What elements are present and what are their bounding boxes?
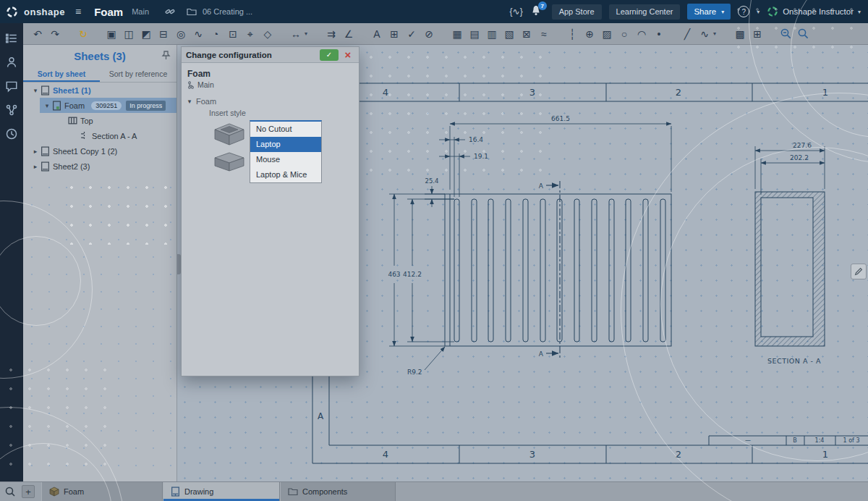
share-button[interactable]: Share ▾	[687, 4, 731, 20]
tab-sort-by-sheet[interactable]: Sort by sheet	[23, 67, 100, 82]
update-views-icon[interactable]: ↻	[75, 24, 92, 44]
option-mouse[interactable]: Mouse	[250, 152, 321, 167]
bom-table-icon[interactable]: ▥	[483, 24, 501, 44]
edit-drawing-button[interactable]	[851, 264, 867, 279]
account-menu[interactable]: Onshape Instructor ▾	[767, 6, 861, 17]
tab-components[interactable]: Components	[280, 482, 396, 501]
projected-view-icon[interactable]: ◫	[120, 24, 137, 44]
tree-row-sheet1-copy[interactable]: ▸ Sheet1 Copy 1 (2)	[23, 143, 176, 159]
breadcrumb[interactable]: 06 Creating ...	[203, 7, 252, 16]
caret-right-icon[interactable]: ▸	[30, 148, 41, 155]
tree-row-sheet2[interactable]: ▸ Sheet2 (3)	[23, 159, 176, 174]
dock-panel-icon[interactable]	[161, 50, 171, 63]
arc-icon[interactable]: ◠	[633, 24, 650, 44]
references-icon[interactable]	[5, 104, 18, 117]
notifications-bell-icon[interactable]: 7	[530, 4, 545, 19]
insert-dxf-dwg-icon[interactable]: ⊞	[749, 24, 766, 44]
hole-table-icon[interactable]: ▤	[466, 24, 483, 44]
center-mark-icon[interactable]: ⊕	[581, 24, 598, 44]
section-cut-line[interactable]	[546, 181, 560, 358]
note-icon[interactable]: A	[368, 24, 386, 44]
undo-icon[interactable]: ↶	[29, 24, 46, 44]
dim-section-width-inner[interactable]: 202.2	[790, 154, 809, 161]
sheets-panel-icon[interactable]	[5, 32, 18, 45]
dim-slot-height[interactable]: 412.2	[403, 271, 422, 278]
onshape-logo-icon[interactable]	[6, 6, 18, 18]
option-laptop[interactable]: Laptop	[250, 137, 321, 152]
help-button[interactable]: ?	[738, 6, 749, 17]
dim-top-margin[interactable]: 25.4	[425, 177, 439, 185]
dimension-lines[interactable]	[389, 124, 671, 370]
dialog-header[interactable]: Change configuration ✓ ×	[182, 47, 359, 63]
dim-corner-radius[interactable]: R9.2	[407, 369, 422, 376]
search-tabs-icon[interactable]	[0, 486, 20, 497]
config-section-header[interactable]: ▾ Foam	[186, 97, 359, 106]
table-icon[interactable]: ▦	[448, 24, 466, 44]
tree-row-foam[interactable]: ▾ Foam 309251 In progress	[23, 98, 176, 113]
featurescript-icon[interactable]: {∿}	[510, 7, 523, 17]
circle-icon[interactable]: ○	[616, 24, 633, 44]
tab-sort-by-reference[interactable]: Sort by reference	[100, 67, 176, 82]
help-caret-icon[interactable]: ▾	[757, 9, 760, 15]
dim-total-height[interactable]: 463	[388, 271, 400, 278]
tree-row-top-view[interactable]: Top	[23, 113, 176, 128]
comments-icon[interactable]	[5, 80, 18, 93]
zoom-window-icon[interactable]	[777, 28, 794, 40]
show-hidden-edges-icon[interactable]: ◇	[259, 24, 276, 44]
crop-view-icon[interactable]: ⊡	[224, 24, 242, 44]
geometric-tolerance-icon[interactable]: ✓	[403, 24, 420, 44]
section-view[interactable]: 227.6 202.2 SECTION A - A	[755, 142, 825, 365]
surface-finish-icon[interactable]: ⊘	[420, 24, 438, 44]
hatch-icon[interactable]: ▨	[598, 24, 616, 44]
section-view-icon[interactable]: ⊟	[155, 24, 172, 44]
main-menu-icon[interactable]: ≡	[75, 6, 81, 17]
top-view[interactable]	[445, 194, 671, 346]
point-icon[interactable]: •	[650, 24, 668, 44]
link-icon[interactable]	[165, 7, 175, 17]
dimension-labels[interactable]: 661.5 16.4 19.1 25.4 463 412.2 R9.2	[388, 115, 569, 376]
dimension-icon[interactable]: ↔	[287, 24, 305, 44]
follow-mode-icon[interactable]	[5, 56, 18, 69]
callout-icon[interactable]: ⊞	[386, 24, 403, 44]
caret-right-icon[interactable]: ▸	[30, 163, 41, 170]
dim-total-width[interactable]: 661.5	[551, 115, 570, 122]
sketch-menu-caret-icon[interactable]: ▾	[713, 30, 720, 37]
tab-drawing[interactable]: Drawing	[163, 482, 280, 501]
learning-center-button[interactable]: Learning Center	[609, 4, 681, 20]
detail-view-icon[interactable]: ◎	[172, 24, 190, 44]
tree-row-sheet1[interactable]: ▾ Sheet1 (1)	[23, 83, 176, 98]
document-title[interactable]: Foam	[94, 6, 123, 18]
revision-table-icon[interactable]: ⊠	[518, 24, 535, 44]
translate-view-icon[interactable]: ⌖	[242, 24, 259, 44]
zoom-fit-icon[interactable]	[794, 28, 812, 40]
app-store-button[interactable]: App Store	[552, 4, 602, 20]
ordinate-dimension-icon[interactable]: ⇉	[323, 24, 340, 44]
confirm-button[interactable]: ✓	[320, 49, 339, 61]
centerline-icon[interactable]: ┆	[563, 24, 581, 44]
broken-view-icon[interactable]: ∿	[190, 24, 207, 44]
close-button[interactable]: ×	[341, 49, 354, 61]
option-laptop-and-mice[interactable]: Laptop & Mice	[250, 167, 321, 182]
caret-down-icon[interactable]: ▾	[42, 102, 52, 109]
cut-list-table-icon[interactable]: ▧	[501, 24, 518, 44]
auxiliary-view-icon[interactable]: ◩	[137, 24, 155, 44]
dimension-menu-caret-icon[interactable]: ▾	[305, 30, 312, 37]
tab-foam-part-studio[interactable]: Foam	[41, 482, 163, 501]
spline-icon[interactable]: ∿	[696, 24, 713, 44]
insert-view-icon[interactable]: ▣	[103, 24, 120, 44]
dim-section-width-outer[interactable]: 227.6	[793, 142, 812, 149]
tree-row-section-view[interactable]: Section A - A	[23, 128, 176, 143]
insert-image-icon[interactable]: ▩	[731, 24, 749, 44]
break-out-section-icon[interactable]: ◔	[207, 24, 224, 44]
angular-dimension-icon[interactable]: ∠	[340, 24, 357, 44]
weld-table-icon[interactable]: ≈	[535, 24, 553, 44]
dim-slot-offset-2[interactable]: 19.1	[474, 153, 488, 160]
history-icon[interactable]	[5, 127, 18, 140]
redo-icon[interactable]: ↷	[46, 24, 64, 44]
option-no-cutout[interactable]: No Cutout	[250, 122, 321, 137]
add-tab-button[interactable]: +	[22, 485, 35, 498]
caret-down-icon[interactable]: ▾	[30, 87, 41, 94]
workspace-label[interactable]: Main	[132, 7, 149, 16]
line-icon[interactable]: ╱	[678, 24, 696, 44]
dim-slot-offset-1[interactable]: 16.4	[469, 136, 483, 143]
